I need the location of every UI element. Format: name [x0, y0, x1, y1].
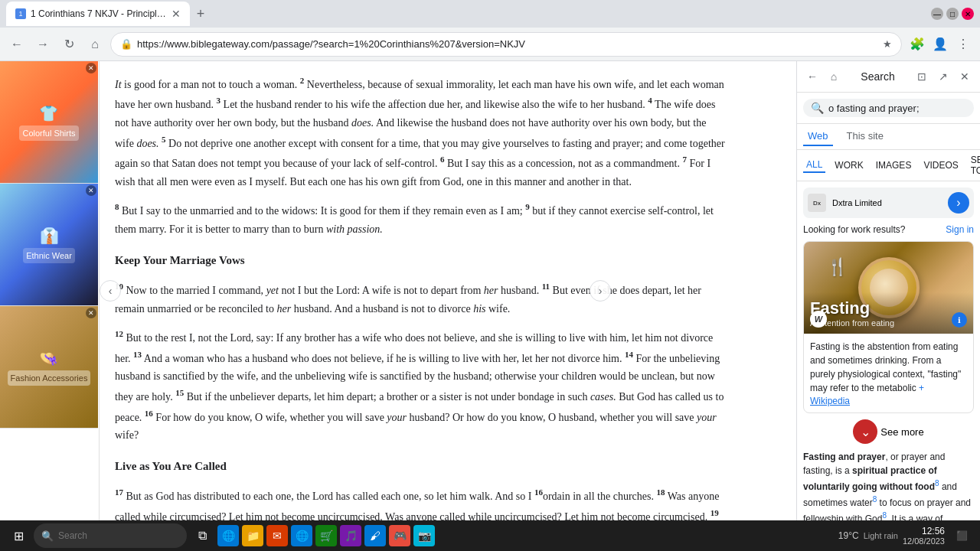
- refresh-btn[interactable]: ↻: [58, 34, 80, 55]
- wiki-w-icon: W: [810, 311, 827, 328]
- verse-para-1: It is good for a man not to touch a woma…: [115, 73, 727, 191]
- ad-item-1[interactable]: 👕 Colorful Shirts ✕: [0, 61, 98, 184]
- wiki-link[interactable]: Wikipedia: [810, 396, 850, 406]
- see-more-btn[interactable]: ⌄: [853, 419, 877, 444]
- active-tab[interactable]: 1 1 Corinthians 7 NKJV - Principle... ✕: [6, 2, 190, 26]
- panel-ad-company: Dxtra Limited: [832, 198, 882, 207]
- search-panel-header: ← ⌂ Search ⊡ ↗ ✕: [797, 61, 980, 93]
- taskbar-search-icon: 🔍: [41, 530, 54, 542]
- search-input-area: 🔍: [797, 93, 980, 124]
- nav-bar: ← → ↻ ⌂ 🔒 https://www.biblegateway.com/p…: [0, 28, 980, 61]
- taskbar-store-icon[interactable]: 🛒: [315, 525, 337, 546]
- tab-close-btn[interactable]: ✕: [172, 8, 181, 20]
- ad2-close[interactable]: ✕: [86, 185, 96, 196]
- filter-work[interactable]: WORK: [831, 158, 866, 172]
- panel-title: Search: [846, 70, 910, 83]
- show-desktop-btn[interactable]: ⬛: [949, 523, 974, 548]
- see-more-section: ⌄ See more: [803, 419, 974, 444]
- taskbar-photo-icon[interactable]: 📷: [413, 525, 435, 546]
- taskbar-game-icon[interactable]: 🎮: [389, 525, 410, 546]
- panel-content[interactable]: Dx Dxtra Limited › Looking for work resu…: [797, 181, 980, 520]
- sign-in-prompt: Looking for work results? Sign in: [803, 224, 974, 235]
- taskbar-edge-icon[interactable]: 🌐: [217, 525, 239, 546]
- wiki-title: Fasting: [810, 298, 967, 318]
- verse-para-4: 12 But to the rest I, not the Lord, say:…: [115, 327, 727, 444]
- main-content: 👕 Colorful Shirts ✕ 👔 Ethnic Wear ✕ 👒 Fa…: [0, 61, 980, 520]
- browser-chrome: 1 1 Corinthians 7 NKJV - Principle... ✕ …: [0, 0, 980, 61]
- panel-close-btn[interactable]: ✕: [956, 67, 974, 86]
- tab-this-site[interactable]: This site: [842, 127, 888, 146]
- clock-time: 12:56: [922, 526, 945, 536]
- ads-panel: 👕 Colorful Shirts ✕ 👔 Ethnic Wear ✕ 👒 Fa…: [0, 61, 100, 520]
- taskbar-media-icon[interactable]: 🎵: [340, 525, 361, 546]
- clock-date: 12/08/2023: [903, 536, 945, 546]
- ad-item-3[interactable]: 👒 Fashion Accessories ✕: [0, 306, 98, 429]
- taskbar: ⊞ 🔍 ⧉ 🌐 📁 ✉ 🌐 🛒 🎵 🖌 🎮 📷 19°C Light rain …: [0, 520, 980, 551]
- taskbar-mail-icon[interactable]: ✉: [266, 525, 288, 546]
- see-more-label: See more: [880, 426, 923, 438]
- forward-btn[interactable]: →: [32, 34, 54, 55]
- start-btn[interactable]: ⊞: [6, 523, 31, 548]
- search-input-wrapper[interactable]: 🔍: [803, 99, 974, 117]
- taskbar-paint-icon[interactable]: 🖌: [364, 525, 386, 546]
- panel-ad-text: Dxtra Limited: [832, 198, 942, 207]
- panel-home-btn[interactable]: ⌂: [825, 67, 843, 86]
- section-heading-marriage-vows: Keep Your Marriage Vows: [115, 251, 727, 271]
- close-btn[interactable]: ✕: [962, 8, 974, 20]
- nav-right-buttons: 🧩 👤 ⋮: [906, 34, 974, 55]
- filter-search-too[interactable]: SEARCH TOO: [968, 153, 980, 178]
- weather-condition: Light rain: [864, 531, 898, 540]
- web-this-site-tabs: Web This site: [797, 124, 980, 150]
- search-input[interactable]: [828, 103, 966, 114]
- wiki-info-btn[interactable]: ℹ: [952, 312, 967, 328]
- panel-share-btn[interactable]: ↗: [934, 67, 952, 86]
- wiki-subtitle: Abstention from eating: [810, 318, 967, 328]
- bible-text-area[interactable]: It is good for a man not to touch a woma…: [100, 61, 796, 520]
- sign-in-link[interactable]: Sign in: [946, 224, 974, 235]
- taskbar-browser-icon[interactable]: 🌐: [291, 525, 312, 546]
- wiki-image-overlay: Fasting Abstention from eating: [804, 292, 973, 334]
- taskbar-search[interactable]: 🔍: [34, 523, 187, 548]
- weather-temp: 19°C: [838, 530, 859, 541]
- taskbar-right: 19°C Light rain 12:56 12/08/2023 ⬛: [838, 523, 974, 548]
- tab-web[interactable]: Web: [803, 127, 833, 146]
- taskbar-search-input[interactable]: [58, 530, 179, 541]
- filter-images[interactable]: IMAGES: [873, 158, 915, 172]
- scroll-right-arrow[interactable]: ›: [590, 280, 611, 302]
- ad1-close[interactable]: ✕: [86, 63, 96, 73]
- maximize-btn[interactable]: □: [946, 8, 959, 20]
- search-icon: 🔍: [811, 102, 824, 114]
- panel-back-btn[interactable]: ←: [803, 67, 822, 86]
- home-btn[interactable]: ⌂: [84, 34, 106, 55]
- minimize-btn[interactable]: —: [931, 8, 943, 20]
- taskbar-file-icon[interactable]: 📁: [242, 525, 263, 546]
- filter-videos[interactable]: VIDEOS: [920, 158, 961, 172]
- wiki-description: Fasting is the abstention from eating an…: [810, 340, 967, 395]
- wiki-image: 🍴 Fasting Abstention from eating W ℹ: [804, 242, 973, 334]
- wiki-card[interactable]: 🍴 Fasting Abstention from eating W ℹ Fas…: [803, 241, 974, 413]
- panel-ad[interactable]: Dx Dxtra Limited ›: [803, 187, 974, 218]
- panel-new-window-btn[interactable]: ⊡: [913, 67, 931, 86]
- verse-para-2: 8 But I say to the unmarried and to the …: [115, 200, 727, 238]
- filter-all[interactable]: ALL: [803, 158, 825, 173]
- scroll-left-arrow[interactable]: ‹: [100, 280, 121, 302]
- clock[interactable]: 12:56 12/08/2023: [903, 526, 945, 546]
- address-bar[interactable]: 🔒 https://www.biblegateway.com/passage/?…: [110, 32, 902, 57]
- tab-bar: 1 1 Corinthians 7 NKJV - Principle... ✕ …: [0, 0, 980, 28]
- ad3-close[interactable]: ✕: [86, 308, 96, 318]
- taskbar-left: ⊞ 🔍 ⧉ 🌐 📁 ✉ 🌐 🛒 🎵 🖌 🎮 📷: [6, 523, 435, 548]
- extensions-btn[interactable]: 🧩: [906, 34, 928, 55]
- panel-ad-action-btn[interactable]: ›: [948, 192, 969, 214]
- ad-item-2[interactable]: 👔 Ethnic Wear ✕: [0, 184, 98, 306]
- sign-in-prompt-text: Looking for work results?: [803, 224, 905, 235]
- verse-para-5: 17 But as God has distributed to each on…: [115, 485, 727, 520]
- verse-para-3: 10 Now to the married I command, yet not…: [115, 279, 727, 318]
- task-view-btn[interactable]: ⧉: [190, 523, 214, 548]
- search-panel: ← ⌂ Search ⊡ ↗ ✕ 🔍 Web This site ALL WOR…: [796, 61, 980, 520]
- new-tab-button[interactable]: +: [190, 3, 211, 24]
- section-heading-live-called: Live as You Are Called: [115, 457, 727, 477]
- back-btn[interactable]: ←: [6, 34, 28, 55]
- menu-btn[interactable]: ⋮: [952, 34, 974, 55]
- profile-btn[interactable]: 👤: [929, 34, 951, 55]
- wiki-read-more[interactable]: +: [919, 383, 924, 393]
